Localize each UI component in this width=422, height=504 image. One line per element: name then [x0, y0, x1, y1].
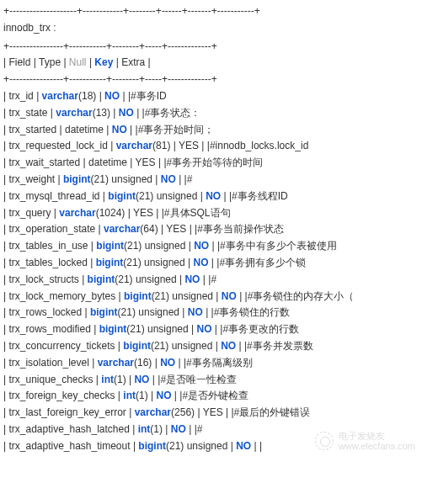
field-null: YES — [203, 406, 223, 418]
field-name: trx_mysql_thread_id — [8, 190, 99, 202]
field-type-kw: bigint — [124, 290, 152, 302]
field-null: NO — [119, 107, 134, 119]
header-row: | Field | Type | Null | Key | Extra | — [3, 55, 419, 72]
field-type-args: (1) — [114, 374, 126, 385]
field-name: trx_weight — [8, 173, 55, 185]
field-null: NO — [221, 340, 236, 352]
separator-header: +----------------+-----------+--------+-… — [3, 39, 419, 56]
field-comment: #事务开始等待的时间 — [167, 157, 264, 168]
field-type-kw: varchar — [135, 406, 171, 418]
field-comment: #事务隔离级别 — [186, 357, 253, 369]
field-comment: #是否唯一性检查 — [160, 374, 237, 385]
field-name: trx_tables_locked — [8, 257, 87, 268]
table-row: | trx_requested_lock_id | varchar(81) | … — [3, 138, 419, 155]
field-comment: # — [197, 423, 203, 435]
field-comment: #事务拥有多少个锁 — [219, 257, 306, 268]
field-type-args: (21) unsigned — [115, 273, 176, 285]
header-null: Null — [69, 56, 87, 68]
field-null: NO — [171, 423, 186, 435]
field-type-args: (256) — [171, 406, 195, 418]
separator-top: +--------------------+------------+-----… — [3, 3, 419, 20]
table-row: | trx_id | varchar(18) | NO | |#事务ID — [3, 88, 419, 105]
field-name: trx_isolation_level — [8, 357, 88, 369]
field-type-args: (16) — [134, 357, 152, 369]
field-type-kw: int — [138, 423, 151, 435]
header-type: Type — [39, 56, 61, 68]
field-type-args: (1) — [150, 423, 163, 435]
field-type-kw: varchar — [42, 90, 78, 102]
field-comment: #事务状态： — [145, 107, 201, 119]
field-comment: #具体SQL语句 — [164, 207, 231, 219]
field-type-args: (81) — [152, 140, 170, 151]
field-type: datetime — [88, 157, 127, 168]
table-row: | trx_lock_structs | bigint(21) unsigned… — [3, 272, 419, 289]
field-type-kw: bigint — [90, 306, 118, 318]
field-comment: #事务ID — [131, 90, 167, 102]
field-null: YES — [166, 223, 186, 235]
header-extra: Extra — [121, 56, 145, 68]
field-type-kw: bigint — [63, 173, 91, 185]
field-comment: # — [211, 273, 216, 285]
field-comment: #最后的外键错误 — [234, 406, 311, 418]
table-row: | trx_tables_locked | bigint(21) unsigne… — [3, 255, 419, 272]
field-null: NO — [222, 290, 237, 302]
field-name: trx_state — [8, 107, 47, 119]
field-null: NO — [161, 173, 176, 185]
field-null: NO — [194, 240, 209, 252]
field-name: trx_operation_state — [8, 223, 95, 235]
table-row: | trx_weight | bigint(21) unsigned | NO … — [3, 172, 419, 188]
field-type-kw: int — [101, 374, 114, 385]
table-row: | trx_rows_modified | bigint(21) unsigne… — [3, 321, 419, 338]
field-type-kw: varchar — [104, 223, 140, 235]
field-null: YES — [179, 140, 199, 151]
field-comment: #事务开始时间； — [138, 124, 215, 135]
field-name: trx_id — [8, 90, 33, 102]
field-null: YES — [136, 157, 156, 168]
field-type-args: (18) — [78, 90, 96, 102]
field-null: NO — [160, 357, 175, 369]
field-type-args: (64) — [140, 223, 158, 235]
field-name: trx_adaptive_hash_latched — [8, 423, 129, 435]
field-name: trx_foreign_key_checks — [8, 390, 115, 401]
table-row: | trx_operation_state | varchar(64) | YE… — [3, 221, 419, 238]
field-null: NO — [156, 390, 171, 401]
field-type-args: (1024) — [96, 207, 126, 219]
table-row: | trx_last_foreign_key_error | varchar(2… — [3, 405, 419, 422]
field-null: NO — [188, 306, 203, 318]
field-comment: #是否外键检查 — [182, 390, 248, 401]
field-type-kw: bigint — [99, 323, 127, 335]
field-comment: #事务并发票数 — [247, 340, 313, 352]
field-type-kw: varchar — [116, 140, 152, 151]
field-type-args: (21) unsigned — [151, 340, 212, 352]
field-comment: #事务中有多少个表被使用 — [220, 240, 337, 252]
field-comment: #事务当前操作状态 — [197, 223, 284, 235]
table-row: | trx_query | varchar(1024) | YES | |#具体… — [3, 205, 419, 222]
field-null: NO — [206, 190, 221, 202]
field-type-kw: int — [123, 390, 136, 401]
field-name: trx_wait_started — [8, 157, 80, 168]
table-row: | trx_tables_in_use | bigint(21) unsigne… — [3, 238, 419, 255]
field-type-args: (21) unsigned — [166, 440, 227, 452]
field-null: NO — [236, 440, 251, 452]
table-row: | trx_concurrency_tickets | bigint(21) u… — [3, 338, 419, 355]
field-name: trx_concurrency_tickets — [8, 340, 115, 352]
field-comment: # — [187, 173, 193, 185]
separator-body: +----------------+-----------+--------+-… — [3, 72, 419, 88]
table-row: | trx_foreign_key_checks | int(1) | NO |… — [3, 388, 419, 405]
field-name: trx_started — [8, 124, 56, 135]
field-type-kw: varchar — [59, 207, 95, 219]
table-row: | trx_rows_locked | bigint(21) unsigned … — [3, 305, 419, 321]
field-type-args: (1) — [136, 390, 148, 401]
field-null: YES — [133, 207, 153, 219]
field-type-args: (21) unsigned — [123, 257, 184, 268]
field-null: NO — [104, 90, 120, 102]
field-type-args: (21) unsigned — [136, 190, 197, 202]
field-type-kw: varchar — [56, 107, 92, 119]
field-null: NO — [193, 257, 208, 268]
field-name: trx_rows_locked — [8, 306, 82, 318]
field-name: trx_lock_structs — [8, 273, 78, 285]
field-name: trx_requested_lock_id — [8, 140, 107, 151]
header-field: Field — [8, 56, 30, 68]
field-comment: #事务锁住的内存大小（ — [248, 290, 355, 302]
table-row: | trx_adaptive_hash_timeout | bigint(21)… — [3, 438, 419, 455]
